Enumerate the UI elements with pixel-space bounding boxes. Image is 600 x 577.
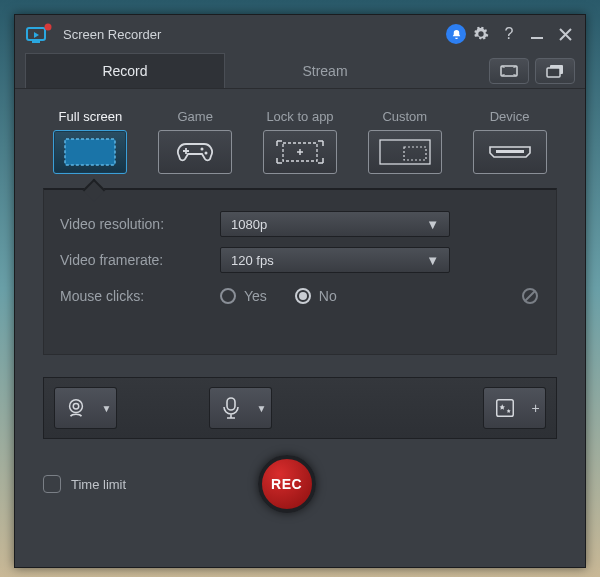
video-resolution-value: 1080p: [231, 217, 267, 232]
mode-lock-to-app-label: Lock to app: [266, 109, 333, 124]
video-framerate-label: Video framerate:: [60, 252, 220, 268]
disabled-indicator-icon: [520, 286, 540, 306]
full-screen-icon: [53, 130, 127, 174]
footer: Time limit REC: [15, 439, 585, 513]
svg-marker-1: [34, 32, 39, 38]
help-icon[interactable]: ?: [496, 21, 522, 47]
microphone-dropdown-button[interactable]: ▼: [252, 387, 272, 429]
fullscreen-toggle-button[interactable]: [489, 58, 529, 84]
mouse-clicks-yes-label: Yes: [244, 288, 267, 304]
mode-full-screen-label: Full screen: [59, 109, 123, 124]
svg-rect-4: [531, 37, 543, 39]
svg-rect-2: [32, 41, 40, 43]
mouse-clicks-label: Mouse clicks:: [60, 288, 220, 304]
mode-game-label: Game: [177, 109, 212, 124]
mode-lock-to-app[interactable]: Lock to app: [253, 109, 348, 174]
notification-bell-icon[interactable]: [446, 24, 466, 44]
webcam-dropdown-button[interactable]: ▼: [97, 387, 117, 429]
svg-rect-7: [547, 68, 560, 77]
overlay-effects-button[interactable]: [483, 387, 527, 429]
mouse-clicks-yes-radio[interactable]: Yes: [220, 288, 267, 304]
svg-point-9: [201, 148, 204, 151]
titlebar: Screen Recorder ?: [15, 15, 585, 53]
app-window: Screen Recorder ? Record Stream Full scr…: [14, 14, 586, 568]
mouse-clicks-row: Mouse clicks: Yes No: [60, 278, 540, 314]
video-framerate-value: 120 fps: [231, 253, 274, 268]
mode-custom[interactable]: Custom: [357, 109, 452, 174]
svg-rect-19: [227, 398, 235, 410]
svg-rect-20: [497, 400, 514, 417]
svg-point-3: [45, 24, 52, 31]
device-hdmi-icon: [473, 130, 547, 174]
svg-point-10: [205, 152, 208, 155]
settings-gear-icon[interactable]: [468, 21, 494, 47]
mode-full-screen[interactable]: Full screen: [43, 109, 138, 174]
svg-rect-13: [404, 147, 426, 160]
video-resolution-select[interactable]: 1080p ▼: [220, 211, 450, 237]
svg-line-16: [525, 291, 535, 301]
video-framerate-row: Video framerate: 120 fps ▼: [60, 242, 540, 278]
mode-device[interactable]: Device: [462, 109, 557, 174]
app-title: Screen Recorder: [63, 27, 445, 42]
record-button[interactable]: REC: [258, 455, 316, 513]
custom-region-icon: [368, 130, 442, 174]
time-limit-checkbox[interactable]: [43, 475, 61, 493]
microphone-button[interactable]: [209, 387, 253, 429]
mouse-clicks-radio-group: Yes No: [220, 288, 337, 304]
app-logo-icon: [25, 21, 53, 47]
mode-device-label: Device: [490, 109, 530, 124]
mouse-clicks-no-radio[interactable]: No: [295, 288, 337, 304]
video-framerate-select[interactable]: 120 fps ▼: [220, 247, 450, 273]
chevron-down-icon: ▼: [426, 217, 439, 232]
overlay-add-button[interactable]: +: [526, 387, 546, 429]
close-button[interactable]: [552, 21, 578, 47]
svg-point-17: [70, 400, 83, 413]
svg-rect-8: [65, 139, 115, 165]
lock-to-app-icon: [263, 130, 337, 174]
mode-game[interactable]: Game: [148, 109, 243, 174]
mouse-clicks-no-label: No: [319, 288, 337, 304]
minimize-button[interactable]: [524, 21, 550, 47]
capture-mode-selector: Full screen Game Lock to app Custom Devi…: [15, 89, 585, 188]
record-button-label: REC: [271, 476, 302, 492]
window-mode-button[interactable]: [535, 58, 575, 84]
main-tabs: Record Stream: [15, 53, 585, 89]
input-sources-strip: ▼ ▼ +: [43, 377, 557, 439]
mode-custom-label: Custom: [382, 109, 427, 124]
settings-panel: Video resolution: 1080p ▼ Video framerat…: [43, 188, 557, 355]
time-limit-label: Time limit: [71, 477, 126, 492]
svg-rect-14: [496, 150, 524, 153]
gamepad-icon: [158, 130, 232, 174]
chevron-down-icon: ▼: [426, 253, 439, 268]
video-resolution-label: Video resolution:: [60, 216, 220, 232]
tab-stream[interactable]: Stream: [225, 53, 425, 88]
tab-record[interactable]: Record: [25, 53, 225, 88]
video-resolution-row: Video resolution: 1080p ▼: [60, 206, 540, 242]
webcam-button[interactable]: [54, 387, 98, 429]
svg-point-18: [73, 403, 79, 409]
